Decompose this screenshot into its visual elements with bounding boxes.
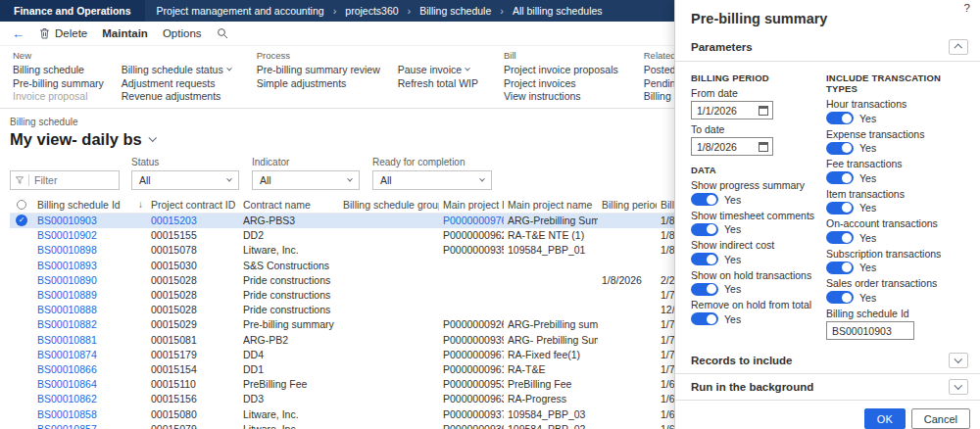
field-label: From date bbox=[691, 87, 814, 99]
delete-label: Delete bbox=[55, 27, 87, 39]
grid-cell-contract_name: S&S Constructions bbox=[239, 260, 339, 271]
filter-input[interactable] bbox=[34, 174, 114, 186]
table-row[interactable]: BS0001085700015079Litware, Inc.P00000009… bbox=[10, 421, 674, 429]
calendar-icon[interactable] bbox=[759, 106, 768, 116]
tab-options[interactable]: Options bbox=[163, 27, 202, 39]
filter-value: All bbox=[139, 174, 151, 186]
column-header[interactable]: Billing schedule Id↓ bbox=[33, 199, 147, 211]
ok-button[interactable]: OK bbox=[864, 408, 906, 429]
chevron-down-icon bbox=[226, 175, 232, 181]
table-row[interactable]: BS0001088900015028Pride constructions1/7… bbox=[10, 287, 674, 302]
transaction-toggles: Hour transactionsYesExpense transactions… bbox=[826, 98, 968, 304]
expand-section-button[interactable] bbox=[949, 353, 968, 368]
table-row[interactable]: BS0001088200015029Pre-billing summaryP00… bbox=[10, 317, 674, 332]
cancel-button[interactable]: Cancel bbox=[911, 408, 970, 429]
column-header[interactable]: Main project name bbox=[504, 199, 598, 211]
action-pane: ← Delete Maintain Options NewBilling sch… bbox=[0, 22, 674, 109]
toggle-on-switch[interactable] bbox=[691, 312, 718, 325]
column-header[interactable]: Billing period start bbox=[598, 199, 657, 211]
filter-combobox[interactable]: All bbox=[252, 170, 360, 190]
column-header[interactable]: Contract name bbox=[239, 199, 339, 211]
table-row[interactable]: BS0001088100015081ARG-PB2P0000000939ARG-… bbox=[10, 332, 674, 347]
ribbon-item[interactable]: Pre-billing summary bbox=[13, 77, 104, 90]
grid-cell-contract_name: ARG-PBS3 bbox=[239, 214, 339, 226]
page-title[interactable]: My view- daily bs bbox=[10, 130, 142, 149]
ribbon-item[interactable]: Project invoices bbox=[504, 77, 618, 90]
collapsed-section[interactable]: Records to include bbox=[675, 348, 980, 374]
breadcrumb-item[interactable]: Billing schedule bbox=[419, 5, 491, 17]
table-row[interactable]: ✓BS0001090300015203ARG-PBS3P0000000976AR… bbox=[10, 214, 674, 228]
column-header[interactable]: Main project ID bbox=[439, 199, 504, 211]
table-row[interactable]: BS0001089000015028Pride constructions1/8… bbox=[10, 272, 674, 287]
calendar-icon[interactable] bbox=[759, 142, 768, 152]
ribbon-item[interactable]: Adjustment requests bbox=[122, 77, 231, 90]
table-row[interactable]: BS0001085800015080Litware, Inc.P00000009… bbox=[10, 406, 674, 421]
toggle-field: Hour transactionsYes bbox=[826, 98, 968, 124]
back-icon[interactable]: ← bbox=[12, 27, 24, 40]
toggle-on-switch[interactable] bbox=[826, 231, 854, 244]
breadcrumb-item[interactable]: All billing schedules bbox=[513, 5, 603, 17]
filter-value: All bbox=[380, 174, 392, 186]
app-name[interactable]: Finance and Operations bbox=[0, 0, 145, 22]
breadcrumb-item[interactable]: projects360 bbox=[345, 5, 398, 17]
breadcrumb-item[interactable]: Project management and accounting bbox=[157, 5, 324, 17]
table-row[interactable]: BS0001089800015078Litware, Inc.P00000009… bbox=[10, 243, 674, 258]
table-row[interactable]: BS0001086200015156DD3P0000000963RA-Progr… bbox=[10, 392, 674, 406]
column-header[interactable]: Billing schedule group bbox=[339, 199, 439, 211]
table-row[interactable]: BS0001090200015155DD2P0000000962RA-T&E N… bbox=[10, 228, 674, 243]
billing-schedule-id-input[interactable]: BS00010903 bbox=[826, 321, 914, 340]
ribbon-item[interactable]: Billing schedule status bbox=[122, 64, 231, 76]
help-icon[interactable]: ? bbox=[964, 2, 970, 14]
column-header-label: Billing schedule group bbox=[343, 199, 439, 211]
toggle-on-switch[interactable] bbox=[826, 262, 854, 274]
parameters-section-header[interactable]: Parameters bbox=[675, 35, 980, 62]
toggle-on-switch[interactable] bbox=[826, 171, 854, 184]
search-icon[interactable] bbox=[217, 27, 228, 39]
grid-cell-period_end: 1/6/ bbox=[657, 408, 674, 420]
toggle-on-switch[interactable] bbox=[826, 112, 854, 124]
ribbon-item[interactable]: Billing schedule bbox=[13, 64, 104, 76]
toggle-on-switch[interactable] bbox=[691, 253, 718, 265]
filter-combobox[interactable]: All bbox=[372, 170, 492, 190]
grid-cell-main_project_id: P0000000937 bbox=[439, 408, 504, 420]
toggle-label: Remove on hold from total bbox=[691, 299, 814, 310]
collapse-parameters-button[interactable] bbox=[949, 39, 968, 55]
chevron-down-icon[interactable] bbox=[149, 134, 157, 142]
filter-combobox[interactable]: All bbox=[131, 170, 239, 190]
grid-cell-main_project_id: P0000000936 bbox=[439, 423, 504, 429]
ribbon-item[interactable]: View instructions bbox=[504, 90, 618, 103]
date-input[interactable]: 1/1/2026 bbox=[691, 101, 773, 119]
table-row[interactable]: BS0001088800015028Pride constructions12/… bbox=[10, 303, 674, 317]
quick-filter[interactable] bbox=[10, 170, 120, 190]
table-row[interactable]: BS0001089300015030S&S Constructions bbox=[10, 258, 674, 272]
column-header[interactable]: Project contract ID bbox=[147, 199, 239, 211]
section-title: Records to include bbox=[691, 355, 793, 366]
expand-section-button[interactable] bbox=[949, 379, 968, 395]
toggle-on-switch[interactable] bbox=[691, 193, 718, 206]
toggle-on-switch[interactable] bbox=[826, 202, 854, 214]
ribbon-item[interactable]: Pre-billing summary review bbox=[257, 64, 380, 76]
table-row[interactable]: BS0001086600015154DD1P0000000961RA-T&E1/… bbox=[10, 361, 674, 376]
toggle-on-switch[interactable] bbox=[691, 223, 718, 236]
toggle-label: Show timesheet comments bbox=[691, 210, 814, 221]
date-input[interactable]: 1/8/2026 bbox=[691, 137, 773, 156]
table-row[interactable]: BS0001087400015179DD4P0000000967RA-Fixed… bbox=[10, 347, 674, 361]
tab-maintain[interactable]: Maintain bbox=[102, 27, 148, 39]
row-select-cell[interactable]: ✓ bbox=[10, 214, 33, 226]
select-all-cell[interactable] bbox=[10, 200, 33, 210]
collapsed-section[interactable]: Run in the background bbox=[675, 374, 980, 401]
toggle-on-switch[interactable] bbox=[826, 291, 854, 304]
ribbon-item[interactable]: Project invoice proposals bbox=[504, 64, 618, 76]
delete-button[interactable]: Delete bbox=[39, 27, 87, 39]
toggle-on-switch[interactable] bbox=[691, 283, 718, 296]
ribbon-item[interactable]: Revenue adjustments bbox=[122, 90, 231, 103]
ribbon-item[interactable]: Simple adjustments bbox=[257, 77, 380, 90]
ribbon-item[interactable]: Refresh total WIP bbox=[398, 77, 478, 90]
table-row[interactable]: BS0001086400015110PreBilling FeeP0000000… bbox=[10, 377, 674, 392]
toggle-on-switch[interactable] bbox=[826, 142, 854, 155]
grid-cell-period_end: 1/6/ bbox=[657, 393, 674, 405]
grid-cell-contract_name: Litware, Inc. bbox=[239, 408, 339, 420]
column-header-label: Contract name bbox=[243, 199, 311, 211]
column-header[interactable]: Billi bbox=[657, 199, 674, 211]
ribbon-item[interactable]: Pause invoice bbox=[398, 64, 478, 76]
